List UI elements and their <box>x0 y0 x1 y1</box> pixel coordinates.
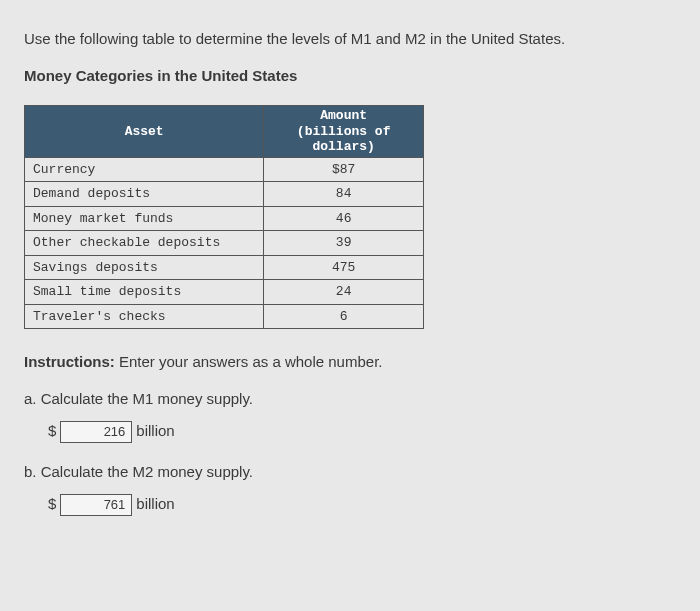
unit-b: billion <box>136 493 174 516</box>
asset-cell: Small time deposits <box>25 280 264 305</box>
asset-cell: Savings deposits <box>25 255 264 280</box>
question-a-prompt: a. Calculate the M1 money supply. <box>24 388 676 411</box>
table-row: Demand deposits 84 <box>25 182 424 207</box>
currency-symbol-a: $ <box>48 420 56 443</box>
asset-cell: Currency <box>25 157 264 182</box>
table-row: Savings deposits 475 <box>25 255 424 280</box>
amount-head-line2: (billions of <box>297 124 391 139</box>
m1-answer-input[interactable]: 216 <box>60 421 132 443</box>
intro-text: Use the following table to determine the… <box>24 28 676 51</box>
amount-cell: 24 <box>264 280 424 305</box>
money-table: Asset Amount (billions of dollars) Curre… <box>24 105 424 329</box>
amount-cell: $87 <box>264 157 424 182</box>
table-row: Currency $87 <box>25 157 424 182</box>
instructions-line: Instructions: Enter your answers as a wh… <box>24 351 676 374</box>
asset-cell: Traveler's checks <box>25 304 264 329</box>
table-row: Traveler's checks 6 <box>25 304 424 329</box>
currency-symbol-b: $ <box>48 493 56 516</box>
table-header-asset: Asset <box>25 106 264 158</box>
table-row: Money market funds 46 <box>25 206 424 231</box>
instructions-text: Enter your answers as a whole number. <box>115 353 383 370</box>
instructions-label: Instructions: <box>24 353 115 370</box>
amount-head-line3: dollars) <box>312 139 374 154</box>
amount-cell: 475 <box>264 255 424 280</box>
table-row: Other checkable deposits 39 <box>25 231 424 256</box>
subtitle-text: Money Categories in the United States <box>24 65 676 88</box>
amount-cell: 6 <box>264 304 424 329</box>
answer-a-row: $ 216 billion <box>48 420 676 443</box>
asset-cell: Other checkable deposits <box>25 231 264 256</box>
m2-answer-input[interactable]: 761 <box>60 494 132 516</box>
unit-a: billion <box>136 420 174 443</box>
amount-cell: 84 <box>264 182 424 207</box>
question-b-prompt: b. Calculate the M2 money supply. <box>24 461 676 484</box>
answer-b-row: $ 761 billion <box>48 493 676 516</box>
amount-cell: 39 <box>264 231 424 256</box>
table-row: Small time deposits 24 <box>25 280 424 305</box>
table-header-amount: Amount (billions of dollars) <box>264 106 424 158</box>
amount-cell: 46 <box>264 206 424 231</box>
asset-cell: Money market funds <box>25 206 264 231</box>
amount-head-line1: Amount <box>320 108 367 123</box>
asset-cell: Demand deposits <box>25 182 264 207</box>
